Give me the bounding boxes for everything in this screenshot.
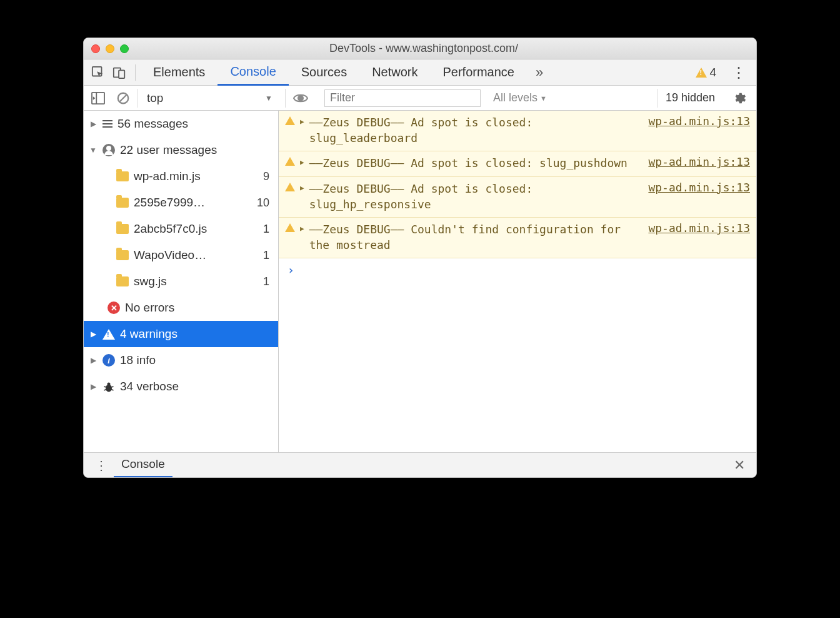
live-expression-icon[interactable] (285, 89, 316, 108)
expand-arrow-icon: ▶ (89, 330, 98, 338)
warning-icon (285, 116, 295, 125)
collapse-arrow-icon: ▼ (89, 146, 98, 154)
tab-sources[interactable]: Sources (289, 59, 359, 86)
file-count: 1 (263, 249, 278, 262)
folder-icon (116, 224, 129, 234)
bug-icon (102, 381, 115, 392)
sidebar-warnings-label: 4 warnings (120, 327, 178, 341)
disclosure-icon: ▶ (300, 184, 304, 192)
tab-performance[interactable]: Performance (431, 59, 528, 86)
sidebar-errors-label: No errors (125, 301, 174, 315)
toggle-sidebar-icon[interactable] (88, 88, 109, 109)
devtools-window: DevTools - www.washingtonpost.com/ Eleme… (83, 38, 757, 478)
svg-line-11 (111, 387, 113, 387)
console-output: ▶––Zeus DEBUG–– Ad spot is closed: slug_… (279, 111, 756, 452)
message-text: ––Zeus DEBUG–– Ad spot is closed: slug_p… (309, 155, 644, 171)
sidebar-file-item[interactable]: WapoVideo…1 (84, 242, 278, 268)
sidebar-messages[interactable]: ▶ 56 messages (84, 111, 278, 137)
message-text: ––Zeus DEBUG–– Ad spot is closed: slug_h… (309, 181, 644, 212)
tab-network[interactable]: Network (359, 59, 430, 86)
inspect-element-icon[interactable] (88, 62, 109, 83)
window-title: DevTools - www.washingtonpost.com/ (129, 42, 756, 55)
message-text: ––Zeus DEBUG–– Ad spot is closed: slug_l… (309, 114, 644, 146)
file-count: 9 (263, 170, 278, 183)
file-name: 2595e7999… (134, 196, 205, 210)
svg-point-7 (298, 96, 303, 101)
main-content: ▶ 56 messages ▼ 22 user messages wp-ad.m… (84, 111, 756, 452)
message-text: ––Zeus DEBUG–– Couldn't find configurati… (309, 221, 644, 253)
console-sidebar: ▶ 56 messages ▼ 22 user messages wp-ad.m… (84, 111, 279, 452)
svg-line-10 (104, 387, 107, 387)
file-count: 1 (263, 223, 278, 236)
sidebar-file-item[interactable]: 2595e7999…10 (84, 190, 278, 216)
minimize-window-button[interactable] (106, 44, 114, 53)
file-name: WapoVideo… (134, 248, 206, 262)
expand-arrow-icon: ▶ (89, 382, 98, 391)
expand-arrow-icon: ▶ (89, 356, 98, 365)
divider (135, 64, 136, 81)
device-toolbar-icon[interactable] (109, 62, 130, 83)
disclosure-icon: ▶ (300, 158, 304, 166)
sidebar-verbose-label: 34 verbose (120, 380, 179, 393)
log-levels-selector[interactable]: All levels ▼ (484, 91, 556, 104)
expand-arrow-icon: ▶ (89, 119, 98, 128)
console-settings-icon[interactable] (726, 91, 752, 105)
drawer-menu-icon[interactable]: ⋮ (89, 458, 114, 473)
clear-console-icon[interactable] (112, 88, 134, 109)
tab-elements[interactable]: Elements (141, 59, 218, 86)
sidebar-warnings[interactable]: ▶ 4 warnings (84, 321, 278, 347)
dropdown-caret-icon: ▼ (540, 94, 547, 102)
warning-icon (285, 183, 295, 191)
sidebar-verbose[interactable]: ▶ 34 verbose (84, 373, 278, 400)
warning-icon (285, 223, 295, 232)
sidebar-file-item[interactable]: wp-ad.min.js9 (84, 163, 278, 190)
close-window-button[interactable] (91, 44, 100, 53)
sidebar-errors[interactable]: ✕ No errors (84, 295, 278, 321)
folder-icon (116, 198, 129, 208)
console-prompt[interactable]: › (279, 258, 756, 281)
sidebar-messages-label: 56 messages (118, 117, 188, 131)
close-drawer-icon[interactable]: ✕ (728, 457, 751, 474)
console-toolbar: top ▼ All levels ▼ 19 hidden (84, 86, 756, 111)
console-warning-row[interactable]: ▶––Zeus DEBUG–– Ad spot is closed: slug_… (279, 111, 756, 151)
levels-label: All levels (493, 91, 538, 104)
folder-icon (116, 250, 129, 260)
file-name: 2abcb5f7c0.js (134, 222, 207, 236)
console-warning-row[interactable]: ▶––Zeus DEBUG–– Ad spot is closed: slug_… (279, 177, 756, 218)
settings-menu-icon[interactable]: ⋮ (725, 64, 752, 81)
console-warning-row[interactable]: ▶––Zeus DEBUG–– Ad spot is closed: slug_… (279, 151, 756, 176)
dropdown-caret-icon: ▼ (265, 94, 272, 103)
sidebar-info[interactable]: ▶ i 18 info (84, 347, 278, 373)
message-source-link[interactable]: wp-ad.min.js:13 (648, 181, 750, 194)
warning-icon (696, 68, 707, 78)
drawer: ⋮ Console ✕ (84, 452, 756, 477)
warning-icon (102, 329, 115, 340)
svg-point-9 (108, 383, 111, 386)
file-name: wp-ad.min.js (134, 170, 201, 183)
message-source-link[interactable]: wp-ad.min.js:13 (648, 221, 750, 235)
hidden-messages-count[interactable]: 19 hidden (658, 89, 722, 108)
message-source-link[interactable]: wp-ad.min.js:13 (648, 155, 750, 168)
sidebar-user-messages[interactable]: ▼ 22 user messages (84, 137, 278, 163)
svg-rect-2 (119, 70, 124, 78)
tab-console[interactable]: Console (218, 59, 288, 86)
svg-point-8 (106, 385, 112, 392)
sidebar-info-label: 18 info (120, 353, 156, 367)
drawer-tab-console[interactable]: Console (114, 453, 172, 478)
message-source-link[interactable]: wp-ad.min.js:13 (648, 114, 750, 128)
sidebar-file-item[interactable]: 2abcb5f7c0.js1 (84, 216, 278, 242)
filter-input[interactable] (324, 89, 481, 107)
window-controls (84, 44, 129, 53)
sidebar-user-messages-label: 22 user messages (120, 143, 217, 157)
folder-icon (116, 276, 129, 286)
sidebar-file-item[interactable]: swg.js1 (84, 268, 278, 295)
maximize-window-button[interactable] (120, 44, 129, 53)
context-value: top (147, 91, 163, 105)
more-tabs-icon[interactable]: » (527, 64, 552, 81)
svg-rect-0 (92, 66, 102, 76)
warning-count-badge[interactable]: 4 (696, 66, 716, 79)
console-warning-row[interactable]: ▶––Zeus DEBUG–– Couldn't find configurat… (279, 218, 756, 258)
titlebar: DevTools - www.washingtonpost.com/ (84, 38, 756, 59)
context-selector[interactable]: top ▼ (138, 89, 281, 108)
file-name: swg.js (134, 275, 167, 288)
